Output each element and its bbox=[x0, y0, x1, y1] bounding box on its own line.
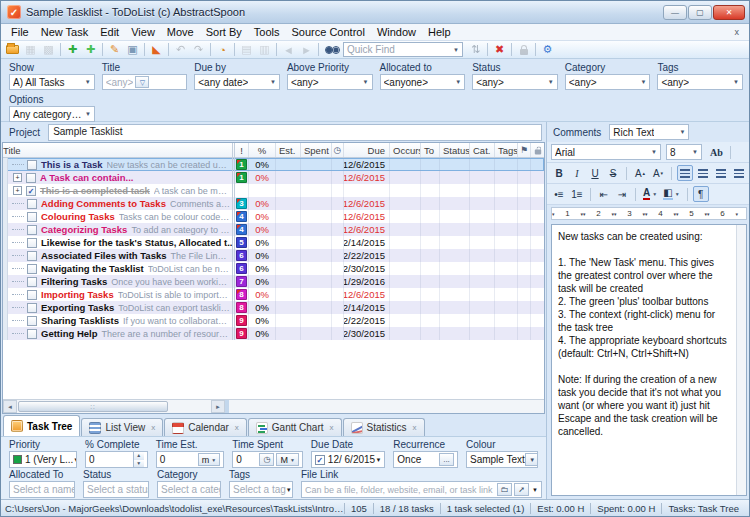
indent-button[interactable]: ⇥ bbox=[614, 186, 630, 202]
colour-combo[interactable]: Sample Text ▼ bbox=[466, 451, 538, 468]
menu-item-edit[interactable]: Edit bbox=[94, 25, 125, 39]
tab-close-icon[interactable]: x bbox=[330, 423, 334, 432]
tab-list-view[interactable]: List Viewx bbox=[81, 418, 163, 436]
chevron-down-icon[interactable]: ▼ bbox=[638, 79, 646, 85]
chevron-down-icon[interactable]: ▼ bbox=[652, 191, 657, 197]
task-checkbox[interactable] bbox=[27, 160, 37, 170]
menubar-close-icon[interactable]: x bbox=[729, 27, 746, 37]
chevron-down-icon[interactable]: ▼ bbox=[529, 487, 538, 493]
set-task-icon-button[interactable]: ▣ bbox=[124, 42, 141, 58]
chevron-down-icon[interactable]: ▼ bbox=[731, 79, 739, 85]
column-header-to[interactable]: To bbox=[421, 143, 440, 157]
task-title-cell[interactable]: Sharing TasklistsIf you want to collabor… bbox=[3, 314, 235, 327]
chevron-down-icon[interactable]: ▼ bbox=[525, 453, 538, 466]
allocated-to-combo[interactable]: Select a name ▼ bbox=[9, 481, 75, 498]
task-row[interactable]: Filtering TasksOnce you have been workin… bbox=[3, 275, 544, 288]
title-filter-options-button[interactable]: ▽ bbox=[135, 76, 149, 88]
align-right-button[interactable] bbox=[713, 165, 729, 181]
task-title-cell[interactable]: +A Task can contain... bbox=[3, 171, 235, 184]
font-name-combo[interactable]: Arial ▼ bbox=[551, 144, 661, 160]
lock-column-icon[interactable] bbox=[531, 143, 544, 157]
tab-gantt-chart[interactable]: Gantt Chartx bbox=[248, 418, 342, 436]
column-header-spent[interactable]: Spent bbox=[301, 143, 332, 157]
edit-title-button[interactable]: ✎ bbox=[106, 42, 123, 58]
task-checkbox[interactable] bbox=[27, 199, 37, 209]
time-est-field[interactable]: 0 m▼ bbox=[156, 451, 225, 468]
font-dialog-button[interactable]: Ab bbox=[708, 144, 725, 160]
tab-close-icon[interactable]: x bbox=[235, 423, 239, 432]
task-checkbox[interactable] bbox=[27, 316, 37, 326]
grow-font-button[interactable]: A▴ bbox=[632, 165, 648, 181]
tags-combo[interactable]: Select a tag ▼ bbox=[229, 481, 293, 498]
status-combo[interactable]: Select a status ▼ bbox=[83, 481, 149, 498]
menu-item-view[interactable]: View bbox=[125, 25, 161, 39]
comments-editor[interactable]: New tasks can be created using: 1. The '… bbox=[551, 224, 747, 496]
menu-item-new-task[interactable]: New Task bbox=[35, 25, 94, 39]
task-title-cell[interactable]: Importing TasksToDoList is able to impor… bbox=[3, 288, 235, 301]
numbered-list-button[interactable]: 1≡ bbox=[569, 186, 585, 202]
task-title-cell[interactable]: Associated Files with TasksThe File Link… bbox=[3, 249, 235, 262]
task-title-cell[interactable]: This is a TaskNew tasks can be created u… bbox=[3, 158, 235, 171]
menu-item-tools[interactable]: Tools bbox=[248, 25, 286, 39]
chevron-down-icon[interactable]: ▼ bbox=[675, 191, 680, 197]
chevron-down-icon[interactable]: ▼ bbox=[546, 79, 554, 85]
filter-category-combo[interactable]: <any>▼ bbox=[565, 74, 651, 90]
column-header-[interactable]: ! bbox=[235, 143, 249, 157]
task-checkbox[interactable] bbox=[27, 290, 37, 300]
comments-type-combo[interactable]: Rich Text ▼ bbox=[609, 124, 689, 140]
task-title-cell[interactable]: Categorizing TasksTo add an category to … bbox=[3, 223, 235, 236]
spin-down-icon[interactable]: ▼ bbox=[134, 460, 144, 468]
task-title-cell[interactable]: Filtering TasksOnce you have been workin… bbox=[3, 275, 235, 288]
filter-allocated-to-combo[interactable]: <anyone>▼ bbox=[380, 74, 466, 90]
chevron-down-icon[interactable]: ▼ bbox=[268, 79, 276, 85]
new-subtask-button[interactable]: ✚ bbox=[82, 42, 99, 58]
task-checkbox[interactable] bbox=[27, 329, 37, 339]
task-row[interactable]: +A Task can contain...10%12/6/2015 bbox=[3, 171, 544, 184]
column-header-[interactable]: % bbox=[249, 143, 276, 157]
task-row[interactable]: Colouring TasksTasks can be colour coded… bbox=[3, 210, 544, 223]
task-title-cell[interactable]: Likewise for the task's Status, Allocate… bbox=[3, 236, 235, 249]
expand-icon[interactable]: + bbox=[13, 173, 22, 182]
column-header-tags[interactable]: Tags bbox=[495, 143, 518, 157]
expand-icon[interactable]: + bbox=[13, 186, 22, 195]
chevron-down-icon[interactable]: ▼ bbox=[375, 457, 381, 463]
chevron-down-icon[interactable]: ▼ bbox=[73, 457, 77, 463]
category-combo[interactable]: Select a category ▼ bbox=[157, 481, 221, 498]
scroll-left-button[interactable]: ◄ bbox=[3, 400, 17, 413]
task-checkbox[interactable] bbox=[27, 238, 37, 248]
comments-scrollbar[interactable] bbox=[736, 225, 746, 495]
menu-item-file[interactable]: File bbox=[5, 25, 35, 39]
chevron-down-icon[interactable]: ▼ bbox=[361, 79, 369, 85]
task-row[interactable]: Sharing TasklistsIf you want to collabor… bbox=[3, 314, 544, 327]
options-combo[interactable]: Any category c... ▼ bbox=[9, 106, 95, 122]
comments-text[interactable]: New tasks can be created using: 1. The '… bbox=[552, 225, 736, 495]
chevron-down-icon[interactable]: ▼ bbox=[83, 79, 91, 85]
filter-show-combo[interactable]: A) All Tasks▼ bbox=[9, 74, 95, 90]
due-date-checkbox[interactable]: ✓ bbox=[315, 455, 325, 465]
task-row[interactable]: Adding Comments to TasksComments are...3… bbox=[3, 197, 544, 210]
alert-horn-button[interactable]: ◣ bbox=[148, 42, 165, 58]
column-header-occurs[interactable]: Occurs bbox=[390, 143, 421, 157]
priority-combo[interactable]: 1 (Very L... ▼ bbox=[9, 451, 77, 468]
task-title-cell[interactable]: +✓This is a completed taskA task can be … bbox=[3, 184, 235, 197]
recurrence-field[interactable]: Once ... bbox=[393, 451, 458, 468]
due-date-picker[interactable]: ✓ 12/ 6/2015 ▼ bbox=[311, 451, 385, 468]
chevron-down-icon[interactable]: ▼ bbox=[649, 149, 657, 155]
tab-close-icon[interactable]: x bbox=[413, 423, 417, 432]
task-checkbox[interactable] bbox=[27, 225, 37, 235]
tab-calendar[interactable]: Calendarx bbox=[164, 418, 247, 436]
task-row[interactable]: Importing TasksToDoList is able to impor… bbox=[3, 288, 544, 301]
preferences-button[interactable]: ⚙ bbox=[539, 42, 556, 58]
chevron-down-icon[interactable]: ▼ bbox=[286, 487, 292, 493]
time-est-unit-button[interactable]: m▼ bbox=[198, 453, 220, 466]
task-title-cell[interactable]: Navigating the TasklistToDoList can be n… bbox=[3, 262, 235, 275]
task-row[interactable]: Categorizing TasksTo add an category to … bbox=[3, 223, 544, 236]
recurrence-edit-button[interactable]: ... bbox=[439, 453, 454, 466]
open-link-button[interactable]: ➚ bbox=[514, 483, 529, 496]
task-row[interactable]: Navigating the TasklistToDoList can be n… bbox=[3, 262, 544, 275]
task-checkbox[interactable] bbox=[27, 212, 37, 222]
task-checkbox[interactable] bbox=[27, 303, 37, 313]
task-checkbox[interactable] bbox=[27, 264, 37, 274]
show-formatting-button[interactable]: ¶ bbox=[693, 186, 709, 202]
close-button[interactable]: ✕ bbox=[713, 5, 745, 20]
